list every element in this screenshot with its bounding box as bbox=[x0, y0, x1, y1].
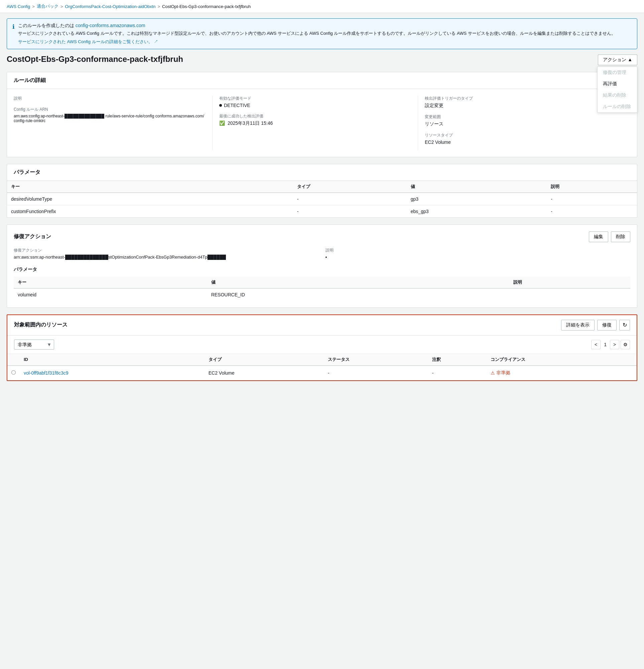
trigger-type-label: 検出評価トリガーのタイプ bbox=[425, 96, 624, 101]
dropdown-item-reevaluate[interactable]: 再評価 bbox=[598, 78, 637, 90]
refresh-icon: ↻ bbox=[623, 322, 627, 328]
info-banner-content: このルールを作成したのは config-conforms.amazonaws.c… bbox=[18, 23, 632, 45]
breadcrumb-conformance-pack[interactable]: 適合パック bbox=[37, 3, 58, 9]
delete-button[interactable]: 削除 bbox=[611, 231, 630, 242]
actions-button[interactable]: アクション ▲ bbox=[598, 55, 637, 65]
resource-id-link[interactable]: vol-0ff9abf1f31f8c3c9 bbox=[24, 370, 69, 376]
select-col-header bbox=[8, 354, 20, 366]
table-row: customFunctionPrefix - ebs_gp3 - bbox=[7, 205, 637, 217]
table-settings-button[interactable]: ⚙ bbox=[620, 340, 630, 349]
param-key-cell: desiredVolumeType bbox=[7, 193, 293, 205]
remediation-card-body: 修復アクション 編集 削除 修復アクション arn:aws:ssm:ap-nor… bbox=[7, 225, 637, 308]
param-value-cell: ebs_gp3 bbox=[407, 205, 547, 217]
compliance-col-header: コンプライアンス bbox=[487, 354, 636, 366]
info-banner-title: このルールを作成したのは config-conforms.amazonaws.c… bbox=[18, 23, 632, 29]
parameters-table-header-row: キー タイプ 値 説明 bbox=[7, 181, 637, 193]
eval-mode-label: 有効な評価モード bbox=[219, 96, 411, 101]
show-details-button[interactable]: 詳細を表示 bbox=[561, 320, 595, 330]
resource-compliance-cell: ⚠非準拠 bbox=[487, 366, 636, 380]
page-title: CostOpt-Ebs-Gp3-conformance-pack-txfjfbr… bbox=[7, 55, 183, 64]
resources-table: ID タイプ ステータス 注釈 コンプライアンス vol-0ff9abf1f31… bbox=[8, 354, 636, 380]
rem-param-key-col: キー bbox=[14, 276, 207, 288]
row-radio-cell[interactable] bbox=[8, 366, 20, 380]
main-content: CostOpt-Ebs-Gp3-conformance-pack-txfjfbr… bbox=[0, 55, 644, 394]
config-conforms-link[interactable]: config-conforms.amazonaws.com bbox=[75, 23, 145, 28]
arn-label: Config ルール ARN bbox=[14, 107, 206, 112]
type-col-header: タイプ bbox=[205, 354, 324, 366]
last-eval-label: 最後に成功した検出評価 bbox=[219, 113, 411, 119]
breadcrumb-org-pack[interactable]: OrgConformsPack-Cost-Optimization-aidObx… bbox=[65, 4, 156, 9]
dropdown-item-delete-results[interactable]: 結果の削除 bbox=[598, 90, 637, 101]
non-compliant-badge: ⚠非準拠 bbox=[491, 370, 633, 376]
resources-card-header: 対象範囲内のリソース 詳細を表示 修復 ↻ bbox=[8, 315, 636, 336]
dropdown-item-remediation-management[interactable]: 修復の管理 bbox=[598, 67, 637, 78]
breadcrumb-aws-config[interactable]: AWS Config bbox=[7, 4, 30, 9]
remediate-button[interactable]: 修復 bbox=[597, 320, 617, 330]
settings-icon: ⚙ bbox=[623, 342, 628, 347]
param-value-cell: gp3 bbox=[407, 193, 547, 205]
rule-details-col-2: 有効な評価モード DETECTIVE 最後に成功した検出評価 ✅ 202 bbox=[219, 96, 418, 150]
rule-details-card: ルールの詳細 説明 Config ルール ARN arn:aws:config:… bbox=[7, 72, 637, 157]
resources-table-header: ID タイプ ステータス 注釈 コンプライアンス bbox=[8, 354, 636, 366]
parameters-header: パラメータ bbox=[7, 164, 637, 181]
remediation-params-table: キー 値 説明 volumeid RESOURCE_ID bbox=[14, 276, 630, 301]
page-number: 1 bbox=[602, 342, 609, 347]
breadcrumb-current: CostOpt-Ebs-Gp3-conformance-pack-txfjfbr… bbox=[162, 4, 251, 9]
prev-page-button[interactable]: < bbox=[591, 340, 601, 349]
last-eval-group: 最後に成功した検出評価 ✅ 2025年3月11日 15:46 bbox=[219, 113, 411, 126]
remediation-arn-section: 修復アクション arn:aws:ssm:ap-northeast-███████… bbox=[14, 247, 319, 260]
param-col-key: キー bbox=[7, 181, 293, 193]
resource-type-value: EC2 Volume bbox=[425, 140, 624, 145]
service-link-rule-detail[interactable]: サービスにリンクされた AWS Config ルールの詳細をご覧ください。 ↗ bbox=[18, 39, 158, 44]
trigger-type-group: 検出評価トリガーのタイプ 設定変更 bbox=[425, 96, 624, 109]
rem-param-key-cell: volumeid bbox=[14, 288, 207, 301]
param-type-cell: - bbox=[293, 193, 407, 205]
remediation-arn-value: arn:aws:ssm:ap-northeast-██████████████s… bbox=[14, 255, 319, 259]
id-col-header: ID bbox=[20, 354, 205, 366]
warning-icon: ⚠ bbox=[491, 370, 495, 376]
resource-annotation-cell: - bbox=[428, 366, 487, 380]
eval-mode-value: DETECTIVE bbox=[219, 103, 411, 108]
actions-container: アクション ▲ 修復の管理 再評価 結果の削除 ルールの削除 bbox=[598, 55, 637, 65]
remediation-desc-value: • bbox=[325, 255, 631, 260]
next-page-button[interactable]: > bbox=[610, 340, 619, 349]
breadcrumb-sep-2: > bbox=[60, 4, 63, 9]
remediation-params-header-row: キー 値 説明 bbox=[14, 276, 630, 288]
rem-param-desc-col: 説明 bbox=[509, 276, 630, 288]
remediation-arn-label: 修復アクション bbox=[14, 247, 319, 253]
pagination: < 1 > ⚙ bbox=[591, 340, 630, 349]
edit-button[interactable]: 編集 bbox=[589, 231, 608, 242]
resource-type-label: リソースタイプ bbox=[425, 132, 624, 138]
rule-details-grid: 説明 Config ルール ARN arn:aws:config:ap-nort… bbox=[14, 96, 630, 150]
rule-details-col-1: 説明 Config ルール ARN arn:aws:config:ap-nort… bbox=[14, 96, 213, 150]
dropdown-item-delete-rule[interactable]: ルールの削除 bbox=[598, 101, 637, 112]
resource-type-group: リソースタイプ EC2 Volume bbox=[425, 132, 624, 145]
breadcrumb-sep-3: > bbox=[157, 4, 160, 9]
eval-mode-group: 有効な評価モード DETECTIVE bbox=[219, 96, 411, 108]
trigger-type-value: 設定変更 bbox=[425, 103, 624, 109]
rem-param-desc-cell bbox=[509, 288, 630, 301]
resources-card: 対象範囲内のリソース 詳細を表示 修復 ↻ 準拠 非準拠 すべて ▼ < bbox=[7, 314, 637, 381]
remediation-description-section: 説明 • bbox=[325, 247, 631, 260]
parameters-table: キー タイプ 値 説明 desiredVolumeType - gp3 - cu… bbox=[7, 181, 637, 217]
breadcrumb-sep-1: > bbox=[32, 4, 35, 9]
compliance-filter-select[interactable]: 準拠 非準拠 すべて bbox=[14, 340, 54, 350]
refresh-button[interactable]: ↻ bbox=[619, 320, 630, 330]
remediation-title: 修復アクション bbox=[14, 233, 51, 240]
parameters-table-container: キー タイプ 値 説明 desiredVolumeType - gp3 - cu… bbox=[7, 181, 637, 217]
remediation-card: 修復アクション 編集 削除 修復アクション arn:aws:ssm:ap-nor… bbox=[7, 225, 637, 308]
change-scope-label: 変更範囲 bbox=[425, 114, 624, 120]
description-label: 説明 bbox=[14, 96, 206, 101]
param-col-type: タイプ bbox=[293, 181, 407, 193]
remediation-btn-row: 編集 削除 bbox=[589, 231, 630, 242]
status-col-header: ステータス bbox=[324, 354, 428, 366]
resource-id-cell: vol-0ff9abf1f31f8c3c9 bbox=[20, 366, 205, 380]
row-radio[interactable] bbox=[11, 370, 16, 375]
param-desc-cell: - bbox=[547, 193, 637, 205]
info-banner: ℹ このルールを作成したのは config-conforms.amazonaws… bbox=[7, 18, 637, 49]
description-group: 説明 bbox=[14, 96, 206, 101]
param-desc-cell: - bbox=[547, 205, 637, 217]
rule-details-body: 説明 Config ルール ARN arn:aws:config:ap-nort… bbox=[7, 89, 637, 157]
remediation-params-title: パラメータ bbox=[14, 267, 630, 273]
info-banner-link: サービスにリンクされた AWS Config ルールの詳細をご覧ください。 ↗ bbox=[18, 39, 632, 45]
